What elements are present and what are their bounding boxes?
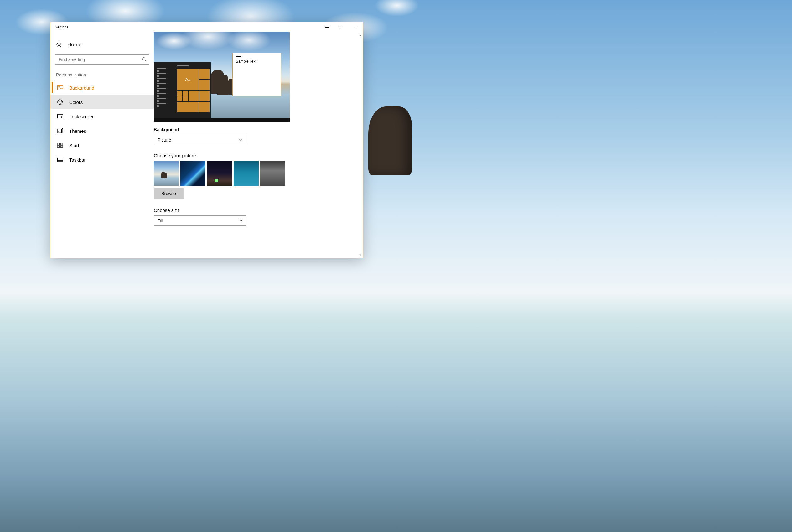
sidebar-item-label: Themes (69, 128, 86, 134)
window-controls (320, 22, 363, 32)
sidebar-item-label: Colors (69, 99, 83, 105)
lockscreen-icon (57, 114, 63, 119)
svg-rect-21 (57, 158, 63, 162)
picture-option-5[interactable] (260, 160, 285, 186)
sidebar-category: Personalization (51, 72, 154, 80)
maximize-button[interactable] (334, 22, 348, 32)
minimize-button[interactable] (320, 22, 334, 32)
sidebar-item-themes[interactable]: Themes (51, 124, 154, 138)
svg-rect-7 (57, 86, 63, 90)
picture-option-2[interactable] (181, 160, 205, 186)
picture-option-3[interactable] (207, 160, 232, 186)
palette-icon (57, 99, 63, 105)
window-body: Home Personalization Background Colors (51, 32, 363, 258)
svg-point-9 (59, 101, 59, 102)
desktop-wallpaper-rock (368, 107, 412, 175)
sidebar-item-label: Background (69, 85, 94, 91)
scroll-down-icon[interactable]: ▼ (358, 253, 362, 258)
choose-fit-label: Choose a fit (154, 208, 351, 213)
picture-option-4[interactable] (233, 160, 259, 186)
content-area: Aa (154, 32, 363, 258)
chevron-down-icon (239, 220, 243, 222)
sidebar-item-taskbar[interactable]: Taskbar (51, 152, 154, 167)
sidebar-item-label: Lock screen (69, 114, 95, 119)
svg-point-11 (61, 101, 62, 102)
themes-icon (57, 128, 63, 134)
svg-point-10 (60, 100, 60, 101)
home-button[interactable]: Home (51, 42, 154, 54)
titlebar: Settings (51, 22, 363, 32)
background-dropdown-value: Picture (157, 137, 171, 142)
close-icon (354, 26, 358, 29)
picture-thumbnails (154, 160, 351, 186)
search-input[interactable] (55, 54, 149, 65)
minimize-icon (325, 26, 329, 29)
background-label: Background (154, 127, 351, 132)
fit-dropdown[interactable]: Fill (154, 215, 246, 226)
background-dropdown[interactable]: Picture (154, 135, 246, 145)
picture-option-1[interactable] (154, 160, 179, 186)
home-label: Home (67, 42, 81, 48)
window-title: Settings (51, 25, 320, 30)
svg-rect-16 (59, 143, 61, 145)
svg-rect-15 (57, 143, 59, 145)
preview-tile-aa: Aa (177, 69, 199, 90)
svg-rect-17 (61, 143, 63, 145)
maximize-icon (340, 26, 343, 29)
chevron-down-icon (239, 139, 243, 141)
preview-start-menu: Aa (154, 62, 211, 118)
sidebar-item-label: Taskbar (69, 157, 86, 163)
close-button[interactable] (348, 22, 363, 32)
svg-point-4 (58, 44, 59, 45)
scroll-up-icon[interactable]: ▲ (358, 33, 362, 37)
sidebar-item-start[interactable]: Start (51, 138, 154, 152)
svg-rect-13 (61, 117, 62, 118)
sidebar-item-label: Start (69, 143, 79, 148)
svg-rect-20 (61, 146, 63, 148)
sidebar: Home Personalization Background Colors (51, 32, 154, 258)
sidebar-item-lockscreen[interactable]: Lock screen (51, 109, 154, 124)
svg-rect-18 (57, 146, 59, 148)
settings-window: Settings Home (50, 22, 363, 258)
desktop-preview: Aa (154, 32, 290, 122)
preview-sample-window: Sample Text (232, 53, 281, 96)
svg-rect-1 (340, 26, 343, 29)
picture-icon (57, 85, 63, 91)
sidebar-item-background[interactable]: Background (51, 80, 154, 95)
scrollbar[interactable]: ▲ ▼ (358, 33, 362, 258)
svg-rect-19 (59, 146, 61, 148)
gear-icon (56, 42, 62, 48)
start-icon (57, 142, 63, 148)
preview-sample-text: Sample Text (236, 59, 278, 63)
fit-dropdown-value: Fill (157, 218, 163, 223)
sidebar-item-colors[interactable]: Colors (51, 95, 154, 109)
taskbar-icon (57, 157, 63, 163)
browse-button[interactable]: Browse (154, 188, 184, 199)
choose-picture-label: Choose your picture (154, 153, 351, 158)
